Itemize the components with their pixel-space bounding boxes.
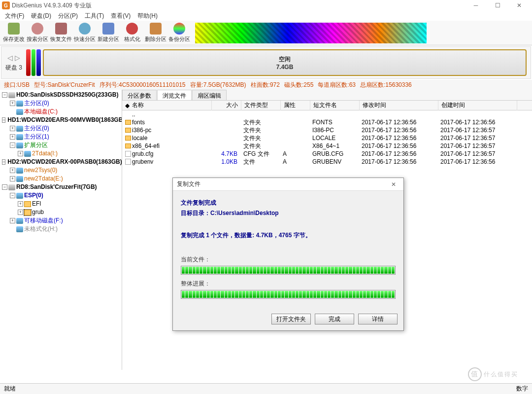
title-bar: G DiskGenius V4.9.3.409 专业版 ─ ☐ ✕	[0, 0, 532, 11]
backup-partition-button[interactable]: 备份分区	[167, 22, 191, 44]
file-icon	[125, 151, 131, 157]
copy-dialog: 复制文件 ✕ 文件复制完成 目标目录：C:\Users\admin\Deskto…	[172, 178, 404, 331]
window-title: DiskGenius V4.9.3.409 专业版	[12, 1, 465, 10]
menu-view[interactable]: 查看(V)	[108, 11, 133, 21]
menu-bar: 文件(F) 硬盘(D) 分区(P) 工具(T) 查看(V) 帮助(H)	[0, 11, 532, 21]
tree-hd1-p1[interactable]: +主分区(1)	[10, 133, 121, 141]
detail-button[interactable]: 详情	[358, 314, 398, 324]
disk-tree[interactable]: −HD0:SanDiskSDSSDH3250G(233GB) +主分区(0) 本…	[0, 90, 122, 370]
tree-hd1[interactable]: −HD1:WDCWD20EARS-00MVWB0(1863GB)	[2, 116, 121, 124]
tree-hd0-p0[interactable]: +主分区(0)	[10, 99, 121, 107]
menu-partition[interactable]: 分区(P)	[55, 11, 81, 21]
save-button[interactable]: 保存更改	[2, 22, 26, 44]
maximize-button[interactable]: ☐	[487, 0, 508, 11]
file-row[interactable]: x86_64-efi文件夹X86_64~12017-06-17 12:36:56…	[122, 142, 532, 150]
col-size[interactable]: 大小	[212, 101, 241, 110]
col-name[interactable]: 名称	[129, 101, 212, 110]
partition-bars	[26, 49, 41, 76]
minimize-button[interactable]: ─	[465, 0, 487, 11]
toolbar: 保存更改 搜索分区 恢复文件 快速分区 新建分区 格式化 删除分区 备份分区	[0, 21, 532, 45]
menu-file[interactable]: 文件(F)	[2, 11, 27, 21]
tree-hd2[interactable]: −HD2:WDCWD20EARX-00PASB0(1863GB)	[2, 158, 121, 166]
col-ctime[interactable]: 创建时间	[438, 101, 517, 110]
folder-icon	[125, 136, 131, 141]
app-icon: G	[2, 1, 10, 9]
folder-icon	[125, 128, 131, 133]
tabs: 分区参数 浏览文件 扇区编辑	[122, 90, 532, 101]
dialog-summary-text: 复制完成 1 个文件，数据量: 4.7KB，4765 字节。	[181, 231, 396, 240]
status-bar: 就绪 数字	[0, 383, 532, 394]
dialog-title: 复制文件	[177, 180, 388, 188]
menu-disk[interactable]: 硬盘(D)	[28, 11, 54, 21]
free-size: 7.4GB	[276, 64, 294, 71]
tree-rd8[interactable]: −RD8:SanDisk'CruzerFit(7GB)	[2, 183, 121, 191]
tab-browse[interactable]: 浏览文件	[157, 90, 192, 100]
tree-hd2-data[interactable]: +new2Tdata(E:)	[10, 175, 121, 183]
search-partition-button[interactable]: 搜索分区	[26, 22, 49, 44]
tree-rd8-f[interactable]: +可移动磁盘(F:)	[10, 216, 121, 225]
menu-tools[interactable]: 工具(T)	[82, 11, 107, 21]
dialog-close-icon[interactable]: ✕	[388, 181, 399, 188]
delete-partition-button[interactable]: 删除分区	[144, 22, 167, 44]
col-attr[interactable]: 属性	[281, 101, 310, 110]
tree-rd8-un[interactable]: 未格式化(H:)	[10, 225, 121, 233]
dialog-target-text: 目标目录：C:\Users\admin\Desktop	[181, 209, 396, 217]
file-row[interactable]: locale文件夹LOCALE2017-06-17 12:36:562017-0…	[122, 134, 532, 142]
file-row[interactable]: grubenv1.0KB文件AGRUBENV2017-06-17 12:36:5…	[122, 158, 532, 166]
quick-partition-button[interactable]: 快速分区	[73, 22, 97, 44]
current-file-label: 当前文件：	[181, 255, 396, 264]
file-header: ◆ 名称 大小 文件类型 属性 短文件名 修改时间 创建时间	[122, 101, 532, 110]
current-progress	[181, 266, 396, 275]
file-row[interactable]: i386-pc文件夹I386-PC2017-06-17 12:36:562017…	[122, 126, 532, 134]
tab-params[interactable]: 分区参数	[122, 90, 157, 100]
status-left: 就绪	[4, 385, 516, 393]
file-row[interactable]: ..	[122, 110, 532, 118]
col-short[interactable]: 短文件名	[310, 101, 360, 110]
recover-files-button[interactable]: 恢复文件	[49, 22, 73, 44]
status-right: 数字	[516, 385, 528, 393]
folder-icon	[125, 143, 131, 148]
disk-nav-arrows[interactable]: ◁ ▷	[7, 54, 20, 62]
free-label: 空闲	[279, 55, 291, 64]
tree-hd0-c[interactable]: 本地磁盘(C:)	[10, 107, 121, 116]
ad-banner	[195, 23, 427, 43]
free-space-block[interactable]: 空闲 7.4GB	[43, 49, 527, 76]
open-folder-button[interactable]: 打开文件夹	[271, 314, 311, 324]
file-row[interactable]: fonts文件夹FONTS2017-06-17 12:36:562017-06-…	[122, 118, 532, 126]
dialog-done-text: 文件复制完成	[181, 199, 396, 207]
col-type[interactable]: 文件类型	[241, 101, 281, 110]
close-button[interactable]: ✕	[508, 0, 530, 11]
tree-hd1-2t[interactable]: +2Tdata(I:)	[18, 149, 121, 158]
tab-sector[interactable]: 扇区编辑	[192, 90, 227, 100]
done-button[interactable]: 完成	[315, 314, 354, 324]
overall-progress	[181, 290, 396, 299]
tree-hd0[interactable]: −HD0:SanDiskSDSSDH3250G(233GB)	[2, 91, 121, 99]
menu-help[interactable]: 帮助(H)	[134, 11, 161, 21]
format-button[interactable]: 格式化	[120, 22, 144, 44]
tree-hd2-sys[interactable]: +new2Tsys(0)	[10, 166, 121, 175]
overall-label: 整体进展：	[181, 280, 396, 288]
tree-hd1-ext[interactable]: −扩展分区	[10, 141, 121, 149]
file-row[interactable]: grub.cfg4.7KBCFG 文件AGRUB.CFG2017-06-17 1…	[122, 150, 532, 158]
folder-icon	[125, 120, 131, 125]
tree-rd8-efi[interactable]: +EFI	[18, 200, 121, 208]
tree-rd8-grub[interactable]: +grub	[18, 208, 121, 216]
col-mtime[interactable]: 修改时间	[360, 101, 438, 110]
disk-info-bar: 接口:USB 型号:SanDisk'CruzerFit 序列号:4C530000…	[0, 80, 532, 90]
disk-label: 硬盘 3	[5, 64, 22, 72]
watermark: 值什么值得买	[468, 367, 518, 381]
disk-bar: ◁ ▷ 硬盘 3 空闲 7.4GB	[1, 46, 531, 79]
new-partition-button[interactable]: 新建分区	[97, 22, 120, 44]
file-icon	[125, 159, 131, 165]
tree-rd8-esp[interactable]: −ESP(0)	[10, 191, 121, 200]
tree-hd1-p0[interactable]: +主分区(0)	[10, 124, 121, 133]
